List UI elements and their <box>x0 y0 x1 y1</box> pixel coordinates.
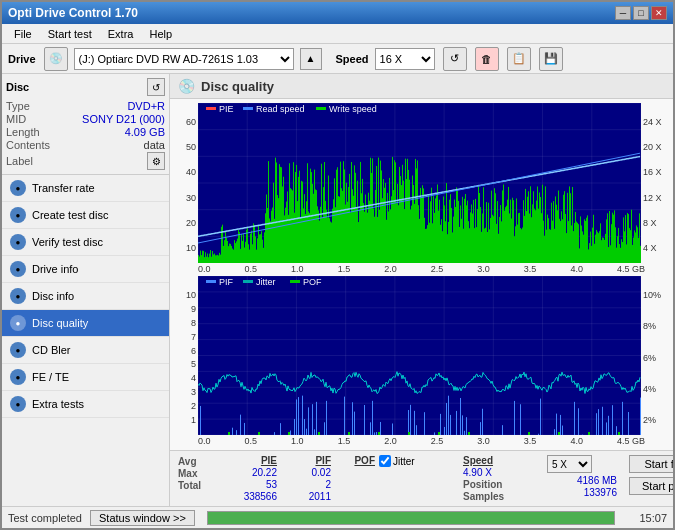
status-time: 15:07 <box>627 512 667 524</box>
titlebar: Opti Drive Control 1.70 ─ □ ✕ <box>2 2 673 24</box>
disc-length-label: Length <box>6 126 40 138</box>
sidebar-item-disc-info[interactable]: ●Disc info <box>2 283 169 310</box>
disc-section: Disc ↺ Type DVD+R MID SONY D21 (000) Len… <box>2 74 169 175</box>
total-label: Total <box>178 480 208 491</box>
drive-select[interactable]: (J:) Optiarc DVD RW AD-7261S 1.03 <box>74 48 294 70</box>
sidebar-item-disc-quality[interactable]: ●Disc quality <box>2 310 169 337</box>
jitter-checkbox[interactable] <box>379 455 391 467</box>
sidebar-label-verify-test-disc: Verify test disc <box>32 236 103 248</box>
disc-label-button[interactable]: ⚙ <box>147 152 165 170</box>
disc-refresh-button[interactable]: ↺ <box>147 78 165 96</box>
main-area: Disc ↺ Type DVD+R MID SONY D21 (000) Len… <box>2 74 673 506</box>
top-chart-area: 60 50 40 30 20 10 24 X 20 X <box>174 103 669 274</box>
sidebar-label-cd-bler: CD Bler <box>32 344 71 356</box>
sidebar-item-verify-test-disc[interactable]: ●Verify test disc <box>2 229 169 256</box>
bottom-canvas-container <box>198 276 641 435</box>
status-window-button[interactable]: Status window >> <box>90 510 195 526</box>
progress-bar-container <box>207 511 615 525</box>
bottom-y-axis-left: 10 9 8 7 6 5 4 3 2 1 <box>174 276 198 435</box>
sidebar-item-fe-te[interactable]: ●FE / TE <box>2 364 169 391</box>
disc-contents-label: Contents <box>6 139 50 151</box>
disc-contents-row: Contents data <box>6 139 165 151</box>
sidebar-item-drive-info[interactable]: ●Drive info <box>2 256 169 283</box>
sidebar-item-transfer-rate[interactable]: ●Transfer rate <box>2 175 169 202</box>
disc-quality-icon: ● <box>10 315 26 331</box>
cd-bler-icon: ● <box>10 342 26 358</box>
speed-select[interactable]: 16 X <box>375 48 435 70</box>
nav-container: ●Transfer rate●Create test disc●Verify t… <box>2 175 169 418</box>
drive-info-icon: ● <box>10 261 26 277</box>
charts-container: 60 50 40 30 20 10 24 X 20 X <box>170 99 673 450</box>
drivebar: Drive 💿 (J:) Optiarc DVD RW AD-7261S 1.0… <box>2 44 673 74</box>
sidebar-item-create-test-disc[interactable]: ●Create test disc <box>2 202 169 229</box>
samples-value: 133976 <box>547 487 617 498</box>
samples-label: Samples <box>463 491 543 502</box>
content-title: Disc quality <box>201 79 274 94</box>
bottom-chart-area: 10 9 8 7 6 5 4 3 2 1 <box>174 276 669 446</box>
refresh-icon[interactable]: ↺ <box>443 47 467 71</box>
sidebar-label-extra-tests: Extra tests <box>32 398 84 410</box>
bottom-chart-wrapper: 10 9 8 7 6 5 4 3 2 1 <box>174 276 669 435</box>
top-x-axis: 0.0 0.5 1.0 1.5 2.0 2.5 3.0 3.5 4.0 4.5 … <box>174 263 669 274</box>
statusbar: Test completed Status window >> 15:07 <box>2 506 673 528</box>
disc-type-row: Type DVD+R <box>6 100 165 112</box>
disc-info-icon: ● <box>10 288 26 304</box>
sidebar-label-disc-quality: Disc quality <box>32 317 88 329</box>
progress-bar <box>208 512 614 524</box>
disc-length-value: 4.09 GB <box>125 126 165 138</box>
extra-tests-icon: ● <box>10 396 26 412</box>
disc-type-label: Type <box>6 100 30 112</box>
transfer-rate-icon: ● <box>10 180 26 196</box>
status-text: Test completed <box>8 512 82 524</box>
position-value: 4186 MB <box>547 475 617 486</box>
disc-mid-value: SONY D21 (000) <box>82 113 165 125</box>
menu-file[interactable]: File <box>6 27 40 41</box>
drive-label: Drive <box>8 53 36 65</box>
minimize-button[interactable]: ─ <box>615 6 631 20</box>
drive-eject-button[interactable]: ▲ <box>300 48 322 70</box>
bottom-y-axis-right: 10% 8% 6% 4% 2% <box>641 276 669 435</box>
sidebar-label-transfer-rate: Transfer rate <box>32 182 95 194</box>
speed-select-row: 5 X <box>547 455 617 473</box>
maximize-button[interactable]: □ <box>633 6 649 20</box>
max-pie: 53 <box>212 479 277 490</box>
speed-label: Speed <box>336 53 369 65</box>
top-canvas-container <box>198 103 641 263</box>
pie-header: PIE <box>212 455 277 466</box>
chart-speed-select[interactable]: 5 X <box>547 455 592 473</box>
menu-start-test[interactable]: Start test <box>40 27 100 41</box>
disc-type-value: DVD+R <box>127 100 165 112</box>
pof-header: POF <box>335 455 375 466</box>
top-y-axis-left: 60 50 40 30 20 10 <box>174 103 198 263</box>
verify-test-disc-icon: ● <box>10 234 26 250</box>
titlebar-controls: ─ □ ✕ <box>615 6 667 20</box>
sidebar-item-cd-bler[interactable]: ●CD Bler <box>2 337 169 364</box>
window-title: Opti Drive Control 1.70 <box>8 6 138 20</box>
jitter-checkbox-row: Jitter <box>379 455 439 467</box>
sidebar: Disc ↺ Type DVD+R MID SONY D21 (000) Len… <box>2 74 170 506</box>
start-part-button[interactable]: Start part <box>629 477 673 495</box>
bottom-x-axis: 0.0 0.5 1.0 1.5 2.0 2.5 3.0 3.5 4.0 4.5 … <box>174 435 669 446</box>
menu-help[interactable]: Help <box>141 27 180 41</box>
save-icon[interactable]: 💾 <box>539 47 563 71</box>
menubar: File Start test Extra Help <box>2 24 673 44</box>
disc-header: Disc ↺ <box>6 78 165 96</box>
top-chart-wrapper: 60 50 40 30 20 10 24 X 20 X <box>174 103 669 263</box>
disc-title: Disc <box>6 81 29 93</box>
pif-header: PIF <box>281 455 331 466</box>
main-window: Opti Drive Control 1.70 ─ □ ✕ File Start… <box>0 0 675 530</box>
avg-label: Avg <box>178 456 208 467</box>
menu-extra[interactable]: Extra <box>100 27 142 41</box>
erase-icon[interactable]: 🗑 <box>475 47 499 71</box>
start-full-button[interactable]: Start full <box>629 455 673 473</box>
content-area: 💿 Disc quality 60 50 40 30 20 10 <box>170 74 673 506</box>
close-button[interactable]: ✕ <box>651 6 667 20</box>
sidebar-label-disc-info: Disc info <box>32 290 74 302</box>
max-pif: 2 <box>281 479 331 490</box>
fe-te-icon: ● <box>10 369 26 385</box>
copy-icon[interactable]: 📋 <box>507 47 531 71</box>
sidebar-item-extra-tests[interactable]: ●Extra tests <box>2 391 169 418</box>
sidebar-label-drive-info: Drive info <box>32 263 78 275</box>
top-chart-canvas <box>198 103 641 263</box>
disc-label-label: Label <box>6 155 33 167</box>
